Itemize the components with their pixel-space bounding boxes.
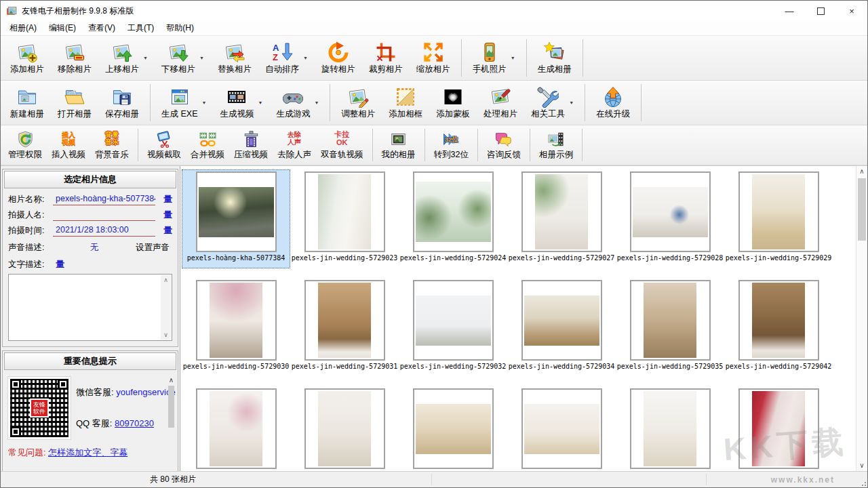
toolbar-button-rotate-photo[interactable]: 旋转相片 — [315, 41, 361, 76]
dropdown-arrow-icon[interactable]: ▼ — [143, 56, 148, 60]
field-value-input[interactable]: pexels-hoàng-kha-5077384 — [53, 193, 155, 205]
photo-cell[interactable]: pexels-jin-wedding-5729034 — [507, 278, 616, 377]
toolbar-button-compress-video[interactable]: 压缩视频 — [230, 129, 272, 161]
photo-cell[interactable]: pexels-jin-wedding-5729046 — [507, 386, 616, 471]
photo-cell[interactable]: pexels-jin-wedding-5729048 — [724, 386, 833, 471]
toolbar-button-remove-photo[interactable]: 移除相片 — [52, 41, 98, 76]
photo-cell[interactable]: pexels-jin-wedding-5729045 — [399, 386, 507, 471]
toolbar-button-add-frame[interactable]: 添加相框 — [382, 85, 429, 121]
info-scrollbar[interactable]: ∧ ∨ — [167, 377, 176, 483]
photo-cell[interactable]: pexels-jin-wedding-5729047 — [616, 386, 724, 471]
toolbar-button-add-mask[interactable]: 添加蒙板 — [430, 85, 476, 121]
scrollbar-thumb[interactable] — [168, 386, 174, 428]
status-bar: 共 80 张相片 www.kkx.net — [1, 471, 867, 487]
photo-cell[interactable]: pexels-jin-wedding-5729032 — [399, 278, 507, 377]
photo-thumbnail — [752, 174, 805, 249]
toolbar-button-make-video[interactable]: 生成视频▼ — [214, 85, 269, 121]
toolbar-button-feedback[interactable]: 咨询反馈 — [483, 129, 525, 161]
menu-item[interactable]: 帮助(H) — [160, 21, 200, 35]
toolbar-button-my-albums[interactable]: 我的相册 — [378, 129, 420, 161]
toolbar-button-online-upgrade[interactable]: 在线升级 — [590, 85, 636, 121]
close-button[interactable]: × — [836, 1, 867, 21]
menu-item[interactable]: 查看(V) — [82, 21, 121, 35]
scroll-down-icon[interactable]: ∨ — [163, 331, 168, 338]
photo-cell[interactable]: pexels-jin-wedding-5729044 — [290, 386, 399, 471]
toolbar-button-add-photo[interactable]: 添加相片 — [4, 41, 50, 76]
scroll-up-icon[interactable]: ∧ — [856, 168, 867, 175]
faq-link[interactable]: 怎样添加文字、字幕 — [48, 447, 127, 458]
toolbar-button-manage-rights[interactable]: 管理权限 — [4, 129, 46, 161]
dropdown-arrow-icon[interactable]: ▼ — [303, 56, 308, 60]
photo-cell[interactable]: pexels-jin-wedding-5729027 — [507, 169, 616, 268]
toolbar-button-generate-album[interactable]: 生成相册 — [532, 41, 578, 76]
photo-cell[interactable]: pexels-jin-wedding-5729043 — [182, 386, 290, 471]
toolbar-button-goto-32bit[interactable]: 32位转到32位 — [430, 129, 473, 161]
field-action[interactable]: 量 — [160, 209, 172, 221]
toolbar-button-replace-photo[interactable]: 替换相片 — [212, 41, 258, 76]
resize-grip[interactable] — [859, 479, 866, 486]
dropdown-arrow-icon[interactable]: ▼ — [511, 56, 515, 60]
scroll-up-icon[interactable]: ∧ — [163, 277, 168, 283]
menu-item[interactable]: 相册(A) — [3, 21, 43, 35]
dropdown-arrow-icon[interactable]: ▼ — [569, 100, 574, 105]
text-description-input[interactable]: ∧∨ — [8, 274, 172, 341]
toolbar-button-make-game[interactable]: 生成游戏▼ — [270, 85, 325, 121]
toolbar-button-make-exe[interactable]: 生成 EXE▼ — [155, 85, 212, 121]
menu-item[interactable]: 工具(T) — [121, 21, 160, 35]
scrollbar-thumb[interactable] — [858, 178, 866, 241]
toolbar-button-merge-video[interactable]: 合并视频 — [186, 129, 229, 161]
toolbar-button-adjust-photo[interactable]: 调整相片 — [335, 85, 381, 121]
dropdown-arrow-icon[interactable]: ▼ — [202, 100, 207, 105]
set-sound-button[interactable]: 设置声音 — [136, 242, 172, 253]
text-description-action[interactable]: 量 — [56, 258, 64, 270]
photo-cell[interactable]: pexels-jin-wedding-5729035 — [616, 278, 724, 377]
sound-description-value[interactable]: 无 — [53, 242, 136, 253]
descbox-scrollbar[interactable]: ∧∨ — [161, 275, 171, 340]
field-label: 相片名称: — [8, 194, 53, 205]
photo-cell[interactable]: pexels-jin-wedding-5729029 — [724, 169, 833, 268]
field-action[interactable]: 量 — [160, 193, 172, 205]
toolbar-button-auto-sort[interactable]: AZ自动排序▼ — [259, 41, 314, 76]
photo-cell[interactable]: pexels-jin-wedding-5729030 — [182, 278, 290, 377]
toolbar-button-open-album[interactable]: 打开相册 — [52, 85, 98, 121]
field-action[interactable]: 量 — [160, 224, 172, 237]
photo-caption: pexels-jin-wedding-5729024 — [400, 254, 507, 262]
photo-cell[interactable]: pexels-jin-wedding-5729028 — [616, 169, 724, 268]
toolbar-button-bg-music[interactable]: 背景音乐背景音乐 — [91, 129, 133, 161]
toolbar-button-move-up-photo[interactable]: 上移相片▼ — [99, 41, 154, 76]
photo-cell[interactable]: pexels-jin-wedding-5729023 — [290, 169, 399, 268]
dropdown-arrow-icon[interactable]: ▼ — [199, 56, 204, 60]
toolbar-button-move-down-photo[interactable]: 下移相片▼ — [155, 41, 210, 76]
toolbar-label: 添加蒙板 — [436, 108, 470, 120]
photo-thumbnail-frame — [521, 280, 602, 361]
toolbar-button-related-tools[interactable]: 相关工具▼ — [525, 85, 580, 121]
photo-cell[interactable]: pexels-jin-wedding-5729024 — [399, 169, 507, 268]
photo-cell[interactable]: pexels-jin-wedding-5729031 — [290, 278, 399, 377]
photo-thumbnail-frame — [413, 280, 494, 361]
toolbar-button-zoom-photo[interactable]: 缩放相片 — [410, 41, 456, 76]
toolbar-divider — [150, 84, 151, 121]
scroll-down-icon[interactable]: ∨ — [856, 462, 867, 469]
dropdown-arrow-icon[interactable]: ▼ — [314, 100, 319, 105]
scroll-up-icon[interactable]: ∧ — [169, 377, 174, 384]
maximize-button[interactable] — [805, 1, 836, 21]
vertical-scrollbar[interactable]: ∧ ∨ — [856, 166, 867, 471]
toolbar-button-new-album[interactable]: 新建相册 — [4, 85, 50, 121]
menu-item[interactable]: 编辑(E) — [43, 21, 82, 35]
minimize-button[interactable]: — — [774, 1, 805, 21]
toolbar-button-karaoke[interactable]: 卡拉OK双音轨视频 — [317, 129, 368, 161]
toolbar-button-save-album[interactable]: 保存相册 — [99, 85, 145, 121]
field-value-input[interactable] — [53, 209, 155, 221]
photo-cell-selected[interactable]: pexels-hoàng-kha-5077384 — [182, 169, 290, 268]
dropdown-arrow-icon[interactable]: ▼ — [258, 100, 262, 105]
toolbar-button-video-capture[interactable]: 视频截取 — [143, 129, 185, 161]
photo-cell[interactable]: pexels-jin-wedding-5729042 — [724, 278, 833, 377]
toolbar-button-crop-photo[interactable]: 裁剪相片 — [363, 41, 409, 76]
field-value-input[interactable]: 2021/1/28 18:03:00 — [53, 224, 155, 237]
toolbar-button-phone-photos[interactable]: 手机照片▼ — [467, 41, 521, 76]
toolbar-button-remove-vocal[interactable]: 去除人声去除人声 — [273, 129, 315, 161]
toolbar-button-insert-video[interactable]: 插入视频插入视频 — [47, 129, 90, 161]
qq-number-link[interactable]: 80970230 — [115, 418, 154, 428]
toolbar-button-process-photo[interactable]: 处理相片 — [477, 85, 524, 121]
toolbar-button-album-samples[interactable]: 相册示例 — [535, 129, 577, 161]
